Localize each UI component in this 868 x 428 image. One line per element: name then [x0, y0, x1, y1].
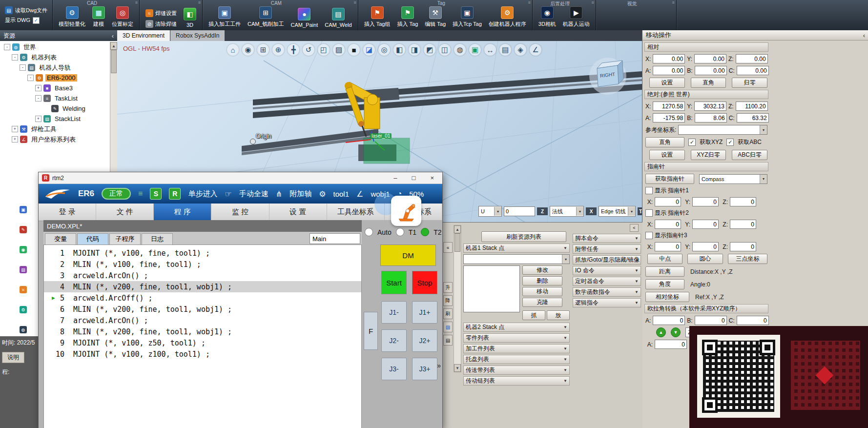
- get-compass-button[interactable]: 获取指南针: [645, 174, 694, 184]
- tree-item-robot-rail[interactable]: - ▤ 机器人导轨: [1, 62, 110, 73]
- compass3-z-input[interactable]: [730, 242, 756, 251]
- relative-a-input[interactable]: [653, 66, 685, 75]
- modeling-button[interactable]: ▦ 建模: [92, 6, 105, 28]
- j2-minus-button[interactable]: J2-: [381, 329, 407, 352]
- edit-tag-button[interactable]: ⚒ 编辑 Tag: [425, 6, 446, 28]
- pan-icon[interactable]: ╋: [288, 44, 299, 56]
- home-icon[interactable]: ⌂: [227, 44, 239, 56]
- log-tab-description[interactable]: 说明: [2, 352, 24, 363]
- absolute-y-input[interactable]: [694, 102, 726, 111]
- release-button[interactable]: 放: [547, 310, 570, 320]
- view-top-icon[interactable]: ◩: [424, 44, 435, 56]
- group-menu-icon[interactable]: ≡: [672, 0, 675, 5]
- code-line[interactable]: 10MJOINT (*, v100, z100, tool1) ;: [44, 348, 361, 360]
- window-title-bar[interactable]: R rtm2 – □ ×: [39, 172, 442, 184]
- tab-log[interactable]: 日志: [142, 233, 173, 245]
- group-menu-icon[interactable]: ≡: [135, 0, 138, 5]
- absolute-a-input[interactable]: [653, 113, 685, 122]
- angle-button[interactable]: 角度: [645, 279, 684, 289]
- code-line[interactable]: 9MJOINT (*, v100, z50, tool1) ;: [44, 337, 361, 348]
- step-mode-label[interactable]: 单步进入: [188, 189, 217, 199]
- compass3-y-input[interactable]: [692, 242, 719, 251]
- panel-collapse-icon[interactable]: ‹: [112, 32, 114, 40]
- cartesian-button[interactable]: 直角: [691, 78, 726, 88]
- menu-tool-frame[interactable]: 工具坐标系: [327, 204, 385, 221]
- tree-item-machine-list[interactable]: - ⚙ 机器列表: [1, 52, 110, 62]
- zoom-window-icon[interactable]: ⊞: [257, 44, 269, 56]
- workpiece-list-header[interactable]: 加工件列表▼: [463, 344, 570, 353]
- stack-scrollbar[interactable]: ▲ ▼: [454, 225, 461, 372]
- relative-x-input[interactable]: [653, 54, 685, 63]
- absolute-z-input[interactable]: [736, 102, 768, 111]
- conveyor-list-header[interactable]: 传送带列表▼: [463, 366, 570, 375]
- j1-minus-button[interactable]: J1-: [381, 301, 407, 324]
- view-front-icon[interactable]: ◫: [439, 44, 451, 56]
- wireframe-view-icon[interactable]: ◪: [363, 44, 375, 56]
- attached-task-header[interactable]: 附带任务▼: [573, 245, 641, 254]
- more-jog-icon[interactable]: »: [437, 362, 441, 369]
- menu-program[interactable]: 程 序: [154, 204, 211, 221]
- dm-button[interactable]: DM: [380, 245, 436, 266]
- euler-a-input[interactable]: [653, 316, 685, 325]
- relative-c-input[interactable]: [737, 66, 769, 75]
- compass1-z-input[interactable]: [730, 197, 756, 206]
- zoom-icon[interactable]: ⊕: [272, 44, 284, 56]
- scroll-down-icon[interactable]: ▼: [454, 364, 461, 372]
- shaded-view-icon[interactable]: ■: [348, 44, 360, 56]
- relative-b-input[interactable]: [695, 66, 727, 75]
- expand-toggle[interactable]: -: [4, 44, 10, 50]
- panel-collapse-icon[interactable]: ‹: [863, 32, 865, 39]
- machine2-stack-header[interactable]: 机器2 Stack 点▼: [463, 323, 570, 332]
- mode-t2-radio[interactable]: [421, 228, 429, 236]
- code-line[interactable]: 2MLIN (*, v100, fine, tool1) ;: [44, 259, 361, 270]
- panel-collapse-icon[interactable]: <: [630, 224, 639, 232]
- stack-point-listbox[interactable]: [463, 265, 520, 312]
- cartesian-button[interactable]: 直角: [645, 137, 684, 147]
- position-calibration-button[interactable]: ◎ 位置标定: [112, 6, 133, 28]
- tree-item-welding[interactable]: ✎ Welding: [1, 103, 110, 114]
- refresh-resource-list-button[interactable]: 刷新资源列表: [481, 231, 566, 242]
- group-menu-icon[interactable]: ≡: [592, 0, 594, 5]
- relative-z-input[interactable]: [736, 54, 768, 63]
- model-lighten-button[interactable]: ⚙ 模型轻量化: [59, 6, 85, 28]
- u-select[interactable]: U▾: [478, 206, 502, 217]
- euler-down-button[interactable]: ▼: [671, 327, 681, 337]
- rotate-icon[interactable]: ↺: [303, 44, 314, 56]
- group-menu-icon[interactable]: ≡: [528, 0, 531, 5]
- tree-item-world[interactable]: - ◍ 世界: [1, 42, 110, 52]
- scroll-up-icon[interactable]: ▲: [454, 225, 461, 233]
- io-command-header[interactable]: IO 命令▼: [573, 266, 641, 275]
- tab-code[interactable]: 代码: [77, 233, 108, 245]
- group-menu-icon[interactable]: ≡: [198, 0, 201, 5]
- expand-toggle[interactable]: +: [35, 116, 41, 122]
- menu-file[interactable]: 文 件: [96, 204, 154, 221]
- tab-robox-sysaddin[interactable]: Robox SysAddIn: [170, 30, 225, 41]
- expand-toggle[interactable]: -: [27, 75, 34, 81]
- get-abc-checkbox[interactable]: ✓: [726, 139, 734, 146]
- expand-toggle[interactable]: -: [20, 64, 26, 71]
- raise-button[interactable]: 升: [443, 282, 453, 293]
- euler-c-input[interactable]: [737, 316, 769, 325]
- distance-button[interactable]: 距离: [645, 266, 684, 277]
- mode-auto-radio[interactable]: [365, 228, 373, 236]
- code-line[interactable]: 6MLIN (*, v200, fine, tool1, wobj1) ;: [44, 304, 361, 315]
- tree-item-icon[interactable]: ≡: [20, 286, 27, 293]
- fit-view-icon[interactable]: ◰: [318, 44, 330, 56]
- tab-subroutine[interactable]: 子程序: [109, 233, 141, 245]
- edge-select[interactable]: Edge 切线▾: [599, 206, 636, 217]
- machine1-stack-select[interactable]: ▾: [463, 254, 570, 264]
- tree-item-weld-gun-tool[interactable]: + ⚒ 焊枪工具: [1, 124, 110, 134]
- orbit-icon[interactable]: ◎: [378, 44, 390, 56]
- tree-item-icon[interactable]: ◉: [20, 246, 27, 253]
- scroll-up-icon[interactable]: ▲: [110, 42, 117, 50]
- absolute-b-input[interactable]: [695, 113, 727, 122]
- compass2-z-input[interactable]: [730, 220, 756, 229]
- insert-workpiece-button[interactable]: ▣ 插入加工工件: [208, 6, 241, 28]
- code-editor[interactable]: 1MJOINT (*, v100, fine, tool1) ; 2MLIN (…: [43, 245, 362, 428]
- render-icon[interactable]: ▣: [469, 44, 481, 56]
- tree-item-icon[interactable]: ▤: [20, 266, 27, 273]
- globe-icon[interactable]: ◍: [454, 44, 466, 56]
- tree-item-icon[interactable]: ◍: [20, 326, 27, 333]
- expand-toggle[interactable]: +: [35, 85, 41, 91]
- show-dwg-checkbox[interactable]: ✓: [33, 17, 40, 24]
